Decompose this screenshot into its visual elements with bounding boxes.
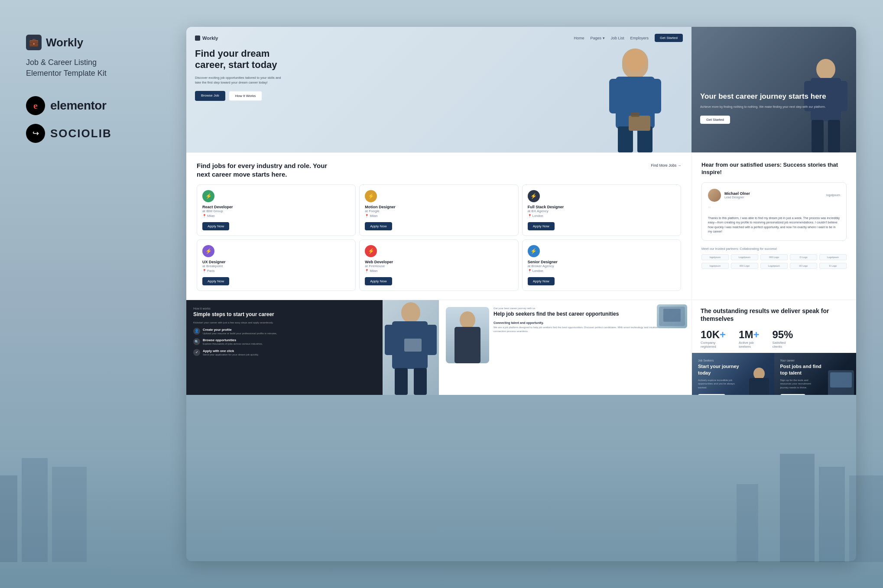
- step-3-icon: ✓: [193, 349, 200, 356]
- svg-rect-21: [828, 120, 840, 152]
- step-1-title: Create your profile: [203, 328, 277, 332]
- partner-6: logolpsum: [701, 263, 729, 269]
- apply-button-5[interactable]: Apply Now: [365, 277, 392, 285]
- partners-title: Meet our trusted partners: Collaborating…: [701, 247, 847, 251]
- partner-3: 000 Logo: [760, 254, 788, 260]
- career-opp-images: Get your best career journey with us Hel…: [446, 307, 685, 363]
- apply-button-3[interactable]: Apply Now: [528, 222, 555, 230]
- stat-2-number: 1M+: [739, 330, 759, 340]
- stats-title: The outstanding results we deliver speak…: [701, 307, 847, 323]
- job-title-2: Motion Designer: [365, 205, 513, 209]
- steps-card: How it works Simple steps to start your …: [186, 300, 439, 395]
- career-connecting: Connecting talent and opportunity.: [493, 321, 685, 324]
- stat-1-label: Companyregistered: [701, 341, 726, 349]
- job-title-4: UX Designer: [202, 260, 350, 264]
- brand-logo: 💼 Workly: [26, 35, 182, 50]
- elementor-icon: e: [26, 96, 45, 115]
- apply-button-1[interactable]: Apply Now: [202, 222, 229, 230]
- apply-button-4[interactable]: Apply Now: [202, 277, 229, 285]
- sociolib-badge: ↪ SOCIOLIB: [26, 124, 182, 143]
- nav-logo: Workly: [195, 36, 218, 41]
- job-location-1: 📍 Milan: [202, 214, 350, 218]
- seeker-card-2: Your career Post jobs and find top talen…: [774, 353, 857, 395]
- nav-links: Home Pages ▾ Job List Employers Get Star…: [574, 34, 683, 42]
- partner-10: D Logo: [819, 263, 847, 269]
- testimonial-header: Michael Olner Lead Designer logolpsum: [708, 189, 840, 202]
- job-card-1: ⚡ React Developer at IBM Group 📍 Milan A…: [197, 184, 356, 236]
- career-title: Your best career journey starts here: [700, 92, 847, 101]
- step-2: 🔍 Browse opportunities Explore thousands…: [193, 338, 376, 346]
- job-icon-6: ⚡: [528, 245, 540, 257]
- testimonial-user-info: Michael Olner Lead Designer: [724, 191, 750, 199]
- browse-job-button[interactable]: Browse Job: [195, 91, 225, 101]
- svg-rect-2: [52, 467, 87, 562]
- job-company-5: at FireHouse: [365, 264, 513, 268]
- how-it-works-button[interactable]: How It Works: [229, 91, 262, 101]
- job-icon-5: ⚡: [365, 245, 377, 257]
- svg-rect-27: [414, 368, 427, 395]
- stat-3-number: 95%: [772, 330, 793, 340]
- career-opp-text: Get your best career journey with us Hel…: [493, 307, 685, 363]
- testimonial-user: Michael Olner Lead Designer: [708, 189, 750, 202]
- nav-link-pages[interactable]: Pages ▾: [591, 36, 605, 40]
- brand-subtitle: Job & Career Listing Elementor Template …: [26, 57, 182, 79]
- svg-rect-26: [395, 368, 408, 395]
- bottom-left: How it works Simple steps to start your …: [186, 300, 691, 395]
- nav-logo-icon: [195, 36, 200, 41]
- testimonial-card: Michael Olner Lead Designer logolpsum " …: [701, 182, 847, 241]
- career-opp-image-small: [657, 304, 687, 328]
- stat-1: 10K+ Companyregistered: [701, 330, 726, 349]
- stats-section: The outstanding results we deliver speak…: [692, 300, 856, 353]
- stat-1-number: 10K+: [701, 330, 726, 340]
- jobs-section-title: Find jobs for every industry and role. Y…: [197, 162, 335, 178]
- job-company-4: at Breakpoint: [202, 264, 350, 268]
- partner-8: Logolpsum: [760, 263, 788, 269]
- seeker-2-label: Your career: [780, 359, 851, 362]
- hero-description: Discover exciting job opportunities tail…: [195, 75, 282, 85]
- bottom-row: How it works Simple steps to start your …: [186, 300, 856, 395]
- step-2-icon: 🔍: [193, 338, 200, 345]
- nav-link-jobs[interactable]: Job List: [611, 36, 624, 40]
- job-location-6: 📍 London: [528, 269, 675, 273]
- find-more-link[interactable]: Find More Jobs →: [651, 163, 681, 168]
- step-3-content: Apply with one click Send your applicati…: [203, 349, 259, 356]
- svg-rect-30: [663, 309, 681, 322]
- seeker-cards-row: Job Seekers Start your journey today Act…: [692, 353, 856, 395]
- left-panel: 💼 Workly Job & Career Listing Elementor …: [26, 35, 182, 143]
- steps-dark-panel: How it works Simple steps to start your …: [186, 300, 383, 395]
- step-3: ✓ Apply with one click Send your applica…: [193, 349, 376, 356]
- hero-buttons: Browse Job How It Works: [195, 91, 299, 101]
- career-body-text: We are a job platform designed to help j…: [493, 326, 685, 333]
- svg-rect-28: [404, 339, 422, 352]
- apply-button-6[interactable]: Apply Now: [528, 277, 555, 285]
- job-card-4: ⚡ UX Designer at Breakpoint 📍 Paris Appl…: [197, 239, 356, 291]
- job-company-2: at Foogle: [365, 209, 513, 213]
- nav-cta-button[interactable]: Get Started: [655, 34, 683, 42]
- stat-3-label: Satisfiedclients: [772, 341, 793, 349]
- svg-point-13: [625, 49, 646, 72]
- stat-3: 95% Satisfiedclients: [772, 330, 793, 349]
- partners-grid-1: logolpsum Logolpsum 000 Logo O Logo Logo…: [701, 254, 847, 260]
- sociolib-icon: ↪: [26, 124, 45, 143]
- step-1-desc: Upload your resume or build your profess…: [203, 332, 277, 335]
- seeker-1-title: Start your journey today: [698, 363, 741, 376]
- step-2-desc: Explore thousands of jobs across various…: [203, 342, 263, 346]
- svg-rect-1: [22, 458, 48, 562]
- career-cta-button[interactable]: Get Started: [700, 116, 730, 124]
- career-opportunities: Get your best career journey with us Hel…: [439, 300, 691, 395]
- svg-rect-20: [812, 120, 824, 152]
- job-location-3: 📍 London: [528, 214, 675, 218]
- seeker-2-title: Post jobs and find top talent: [780, 363, 824, 376]
- job-title-3: Full Stack Designer: [528, 205, 675, 209]
- nav-link-employers[interactable]: Employers: [630, 36, 649, 40]
- nav-link-home[interactable]: Home: [574, 36, 584, 40]
- apply-button-2[interactable]: Apply Now: [365, 222, 392, 230]
- job-title-6: Senior Designer: [528, 260, 675, 264]
- jobs-grid: ⚡ React Developer at IBM Group 📍 Milan A…: [197, 184, 681, 291]
- job-card-2: ⚡ Motion Designer at Foogle 📍 Milan Appl…: [359, 184, 518, 236]
- seeker-2-btn[interactable]: Get Started: [780, 394, 805, 395]
- job-company-1: at IBM Group: [202, 209, 350, 213]
- job-company-6: at Broker Agency: [528, 264, 675, 268]
- seeker-1-btn[interactable]: Browse Jobs: [698, 394, 725, 395]
- step-3-desc: Send your application for your dream job…: [203, 353, 259, 356]
